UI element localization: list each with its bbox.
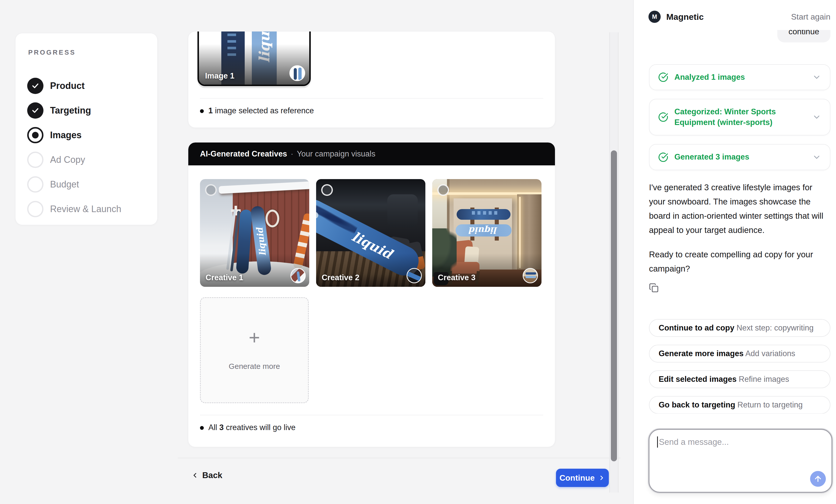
plus-icon: + xyxy=(249,328,260,347)
bullet-icon xyxy=(200,109,204,113)
main-scrollbar-track[interactable] xyxy=(609,32,619,492)
chevron-right-icon xyxy=(598,474,605,481)
creative-select-toggle[interactable] xyxy=(321,184,333,196)
message-input[interactable]: Send a message... xyxy=(648,429,833,493)
status-card-analyzed[interactable]: Analyzed 1 images xyxy=(649,64,831,90)
action-label: Generate more images xyxy=(659,349,743,358)
back-label: Back xyxy=(202,470,222,480)
generated-creatives-card: AI-Generated Creatives · Your campaign v… xyxy=(188,142,555,447)
quick-action-go-back-to-targeting[interactable]: Go back to targeting Return to targeting xyxy=(649,396,831,413)
sidebar-item-review-launch[interactable]: Review & Launch xyxy=(27,201,146,217)
sidebar-item-images[interactable]: Images xyxy=(27,127,146,143)
status-card-categorized[interactable]: Categorized: Winter Sports Equipment (wi… xyxy=(649,99,831,135)
step-label: Budget xyxy=(50,179,79,190)
user-message-bubble: continue xyxy=(777,30,831,42)
creative-3-image[interactable]: liquid Creative 3 xyxy=(432,179,542,287)
reference-image-1[interactable]: liquid Image 1 xyxy=(197,31,311,86)
send-message-button[interactable] xyxy=(810,471,826,487)
golive-text: creatives will go live xyxy=(226,423,296,432)
assistant-header: M Magnetic Start again xyxy=(648,9,831,24)
step-label: Targeting xyxy=(50,105,91,116)
assistant-message-paragraph: Ready to create compelling ad copy for y… xyxy=(649,248,831,276)
creative-select-toggle[interactable] xyxy=(437,184,449,196)
creative-1-image[interactable]: liquid Creative 1 xyxy=(200,179,309,287)
action-label: Edit selected images xyxy=(659,375,737,384)
bullet-icon xyxy=(200,426,204,430)
chat-message-list[interactable]: continue Analyzed 1 images Categorized: … xyxy=(649,30,831,413)
quick-action-generate-more-images[interactable]: Generate more images Add variations xyxy=(649,345,831,363)
main-area: PROGRESS Product Targeting Images Ad Co xyxy=(0,0,633,504)
continue-label: Continue xyxy=(559,473,595,483)
check-circle-icon xyxy=(658,72,668,82)
check-circle-icon xyxy=(658,152,668,162)
reference-note: 1 image selected as reference xyxy=(200,106,314,115)
assistant-panel: M Magnetic Start again continue Analyzed… xyxy=(633,0,836,504)
copy-icon xyxy=(649,283,659,293)
copy-message-button[interactable] xyxy=(649,283,659,293)
generate-more-label: Generate more xyxy=(229,362,280,371)
action-description: Refine images xyxy=(739,375,789,384)
start-again-button[interactable]: Start again xyxy=(791,12,831,22)
progress-sidebar: PROGRESS Product Targeting Images Ad Co xyxy=(15,33,157,225)
text-cursor xyxy=(657,437,658,448)
creative-thumbnail-badge xyxy=(290,268,306,283)
creative-select-toggle[interactable] xyxy=(205,184,217,196)
creative-thumbnail-badge xyxy=(406,268,422,283)
board-brand-text: liquid xyxy=(469,225,497,235)
user-message-row: continue xyxy=(649,30,831,42)
step-label: Ad Copy xyxy=(50,154,85,165)
snowboard-graphic: liquid xyxy=(456,224,512,236)
sidebar-item-ad-copy[interactable]: Ad Copy xyxy=(27,152,146,168)
creative-2-image[interactable]: liquid Creative 2 xyxy=(316,179,425,287)
divider xyxy=(200,415,543,415)
status-label: Categorized: Winter Sports Equipment (wi… xyxy=(674,106,806,128)
chevron-down-icon xyxy=(812,73,821,82)
section-separator: · xyxy=(291,149,293,158)
status-label: Analyzed 1 images xyxy=(674,72,806,82)
main-scrollbar-thumb[interactable] xyxy=(611,150,617,461)
step-todo-icon xyxy=(27,152,43,168)
divider xyxy=(200,98,543,99)
sidebar-item-targeting[interactable]: Targeting xyxy=(27,102,146,119)
footer-divider xyxy=(178,458,621,458)
image-label: Image 1 xyxy=(205,71,234,80)
board-brand-text: liquid xyxy=(254,227,268,256)
arrow-up-icon xyxy=(814,474,822,483)
creative-label: Creative 3 xyxy=(438,273,475,282)
chevron-down-icon xyxy=(812,113,821,122)
step-label: Review & Launch xyxy=(50,204,121,214)
step-todo-icon xyxy=(27,201,43,217)
brand-avatar: M xyxy=(648,11,661,23)
generate-more-button[interactable]: + Generate more xyxy=(200,297,309,403)
reference-count: 1 xyxy=(208,106,213,115)
continue-button[interactable]: Continue xyxy=(556,469,609,487)
quick-actions: Continue to ad copy Next step: copywriti… xyxy=(649,319,831,413)
action-description: Return to targeting xyxy=(737,400,803,409)
snowboard-graphic xyxy=(457,209,511,220)
reference-images-card: liquid Image 1 1 image selected as refer… xyxy=(188,31,555,128)
step-label: Images xyxy=(50,130,81,140)
step-current-icon xyxy=(27,127,43,143)
step-label: Product xyxy=(50,80,84,91)
status-card-generated[interactable]: Generated 3 images xyxy=(649,144,831,170)
golive-note: All 3 creatives will go live xyxy=(200,423,296,432)
quick-action-continue-to-ad-copy[interactable]: Continue to ad copy Next step: copywriti… xyxy=(649,319,831,337)
golive-count: 3 xyxy=(219,423,224,432)
creative-thumbnail-badge xyxy=(523,268,538,283)
reference-note-text: image selected as reference xyxy=(215,106,314,115)
sidebar-item-budget[interactable]: Budget xyxy=(27,176,146,193)
reference-thumbnail-badge xyxy=(289,65,305,81)
back-button[interactable]: Back xyxy=(191,470,222,480)
action-label: Continue to ad copy xyxy=(659,323,734,332)
step-done-icon xyxy=(27,78,43,94)
status-label: Generated 3 images xyxy=(674,152,806,162)
brand-name: Magnetic xyxy=(666,12,704,22)
action-label: Go back to targeting xyxy=(659,400,735,409)
creative-label: Creative 1 xyxy=(206,273,243,282)
assistant-message-paragraph: I've generated 3 creative lifestyle imag… xyxy=(649,180,831,237)
creatives-grid: liquid Creative 1 xyxy=(200,179,542,287)
quick-action-edit-selected-images[interactable]: Edit selected images Refine images xyxy=(649,370,831,388)
sidebar-item-product[interactable]: Product xyxy=(27,78,146,94)
action-description: Next step: copywriting xyxy=(737,323,814,332)
chevron-left-icon xyxy=(191,471,199,479)
